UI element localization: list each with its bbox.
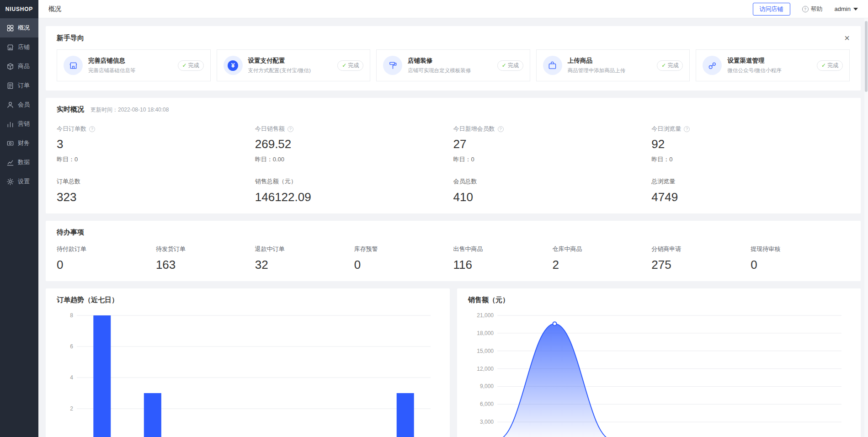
svg-text:12,000: 12,000 — [477, 366, 494, 372]
realtime-header: 实时概况 更新时间：2022-08-10 18:40:08 — [57, 105, 850, 114]
check-icon: ✓ — [661, 62, 666, 69]
order-trend-title: 订单趋势（近七日） — [57, 296, 439, 304]
todo-distributor-apply[interactable]: 分销商申请 275 — [651, 245, 751, 272]
guide-card-pay-config[interactable]: ¥ 设置支付配置 支付方式配置(支付宝/微信) ✓ 完成 — [217, 49, 371, 81]
scrollbar — [864, 18, 868, 437]
guide-card-subtitle: 店铺可实现自定义模板装修 — [408, 67, 471, 74]
order-trend-chart: 2468 — [57, 309, 439, 437]
stat-value: 3 — [57, 137, 255, 151]
sidebar-item-label: 设置 — [18, 177, 30, 186]
sales-amount-chart: 3,0006,0009,00012,00015,00018,00021,000 — [468, 309, 850, 437]
status-label: 完成 — [827, 62, 838, 69]
sidebar-item-member[interactable]: 会员 — [0, 95, 38, 114]
app-root: NIUSHOP 概况 店铺 商品 订单 会员 营销 财务 — [0, 0, 868, 437]
question-circle-icon[interactable]: ? — [288, 126, 293, 132]
sidebar-item-label: 会员 — [18, 101, 30, 109]
help-circle-icon: ? — [802, 6, 809, 12]
sidebar-item-label: 营销 — [18, 120, 30, 128]
guide-card-subtitle: 微信公众号/微信小程序 — [727, 67, 781, 74]
sales-chart-panel: 销售额（元） 3,0006,0009,00012,00015,00018,000… — [457, 288, 861, 437]
pay-config-icon: ¥ — [224, 56, 243, 75]
todo-on-sale-goods[interactable]: 出售中商品 116 — [453, 245, 553, 272]
today-stats: 今日订单数? 3 昨日：0 今日销售额? 269.52 昨日：0.00 今日新增… — [57, 125, 850, 164]
help-link[interactable]: ? 帮助 — [802, 5, 823, 13]
scrollbar-thumb[interactable] — [865, 21, 868, 92]
realtime-panel: 实时概况 更新时间：2022-08-10 18:40:08 今日订单数? 3 昨… — [46, 98, 861, 213]
todo-withdraw-review[interactable]: 提现待审核 0 — [751, 245, 850, 272]
status-badge: ✓ 完成 — [178, 60, 204, 71]
sidebar-item-settings[interactable]: 设置 — [0, 172, 38, 191]
status-badge: ✓ 完成 — [817, 60, 843, 71]
todo-warehouse-goods[interactable]: 仓库中商品 2 — [552, 245, 651, 272]
svg-text:4: 4 — [70, 374, 73, 381]
sidebar-item-order[interactable]: 订单 — [0, 76, 38, 95]
status-label: 完成 — [508, 62, 519, 69]
chevron-down-icon — [853, 8, 858, 11]
svg-text:18,000: 18,000 — [477, 330, 494, 336]
guide-card-title: 店铺装修 — [408, 57, 471, 65]
user-menu[interactable]: admin — [835, 5, 858, 12]
guide-cards: 完善店铺信息 完善店铺基础信息等 ✓ 完成 ¥ 设置支付配置 支付方式配置(支付… — [57, 49, 850, 81]
marketing-icon — [6, 120, 14, 128]
todo-pending-payment[interactable]: 待付款订单 0 — [57, 245, 156, 272]
guide-card-upload-goods[interactable]: 上传商品 商品管理中添加商品上传 ✓ 完成 — [536, 49, 690, 81]
stat-yesterday: 昨日：0.00 — [255, 155, 453, 164]
sidebar-item-label: 概况 — [18, 24, 30, 32]
question-circle-icon[interactable]: ? — [89, 126, 95, 132]
overview-icon — [6, 24, 14, 32]
member-icon — [6, 101, 14, 109]
shop-icon — [6, 43, 14, 51]
topbar-right: 访问店铺 ? 帮助 admin — [753, 3, 858, 16]
todo-refunding[interactable]: 退款中订单 32 — [255, 245, 354, 272]
stat-value: 27 — [453, 137, 652, 151]
guide-card-subtitle: 商品管理中添加商品上传 — [568, 67, 626, 74]
visit-shop-button[interactable]: 访问店铺 — [753, 3, 790, 16]
sidebar-item-goods[interactable]: 商品 — [0, 57, 38, 76]
stat-total-sales: 销售总额（元） 146122.09 — [255, 177, 453, 204]
guide-card-title: 设置支付配置 — [248, 57, 311, 65]
question-circle-icon[interactable]: ? — [684, 126, 690, 132]
guide-card-subtitle: 支付方式配置(支付宝/微信) — [248, 67, 311, 74]
sidebar-item-marketing[interactable]: 营销 — [0, 114, 38, 133]
settings-icon — [6, 177, 14, 186]
total-stats: 订单总数 323 销售总额（元） 146122.09 会员总数 410 总浏览量… — [57, 177, 850, 204]
guide-card-subtitle: 完善店铺基础信息等 — [88, 67, 136, 74]
main-area: 概况 访问店铺 ? 帮助 admin 新手导向 × — [38, 0, 868, 437]
svg-text:8: 8 — [70, 312, 73, 319]
question-circle-icon[interactable]: ? — [498, 126, 504, 132]
stat-value: 269.52 — [255, 137, 453, 151]
todo-pending-shipment[interactable]: 待发货订单 163 — [156, 245, 255, 272]
app-logo: NIUSHOP — [0, 0, 38, 18]
help-label: 帮助 — [811, 5, 823, 13]
store-info-icon — [64, 56, 83, 75]
sidebar-item-label: 数据 — [18, 158, 30, 166]
todo-title: 待办事项 — [57, 228, 850, 237]
sidebar-item-data[interactable]: 数据 — [0, 153, 38, 172]
status-label: 完成 — [188, 62, 199, 69]
page-title: 概况 — [48, 5, 61, 13]
stat-total-views: 总浏览量 4749 — [651, 177, 850, 204]
goods-icon — [6, 62, 14, 70]
sidebar-item-finance[interactable]: 财务 — [0, 133, 38, 153]
svg-text:2: 2 — [70, 405, 73, 412]
charts-row: 订单趋势（近七日） 2468 销售额（元） 3,0006,0009,00012,… — [46, 288, 861, 437]
sidebar: NIUSHOP 概况 店铺 商品 订单 会员 营销 财务 — [0, 0, 38, 437]
status-badge: ✓ 完成 — [657, 60, 683, 71]
guide-title: 新手导向 — [57, 34, 84, 43]
guide-panel: 新手导向 × 完善店铺信息 完善店铺基础信息等 ✓ 完成 — [46, 26, 861, 91]
status-badge: ✓ 完成 — [337, 60, 363, 71]
todo-stock-warning[interactable]: 库存预警 0 — [354, 245, 453, 272]
guide-card-store-info[interactable]: 完善店铺信息 完善店铺基础信息等 ✓ 完成 — [57, 49, 211, 81]
guide-card-channel[interactable]: 设置渠道管理 微信公众号/微信小程序 ✓ 完成 — [696, 49, 850, 81]
realtime-title: 实时概况 — [57, 105, 84, 114]
sidebar-item-overview[interactable]: 概况 — [0, 18, 38, 37]
guide-card-decorate[interactable]: 店铺装修 店铺可实现自定义模板装修 ✓ 完成 — [376, 49, 530, 81]
guide-card-title: 上传商品 — [568, 57, 626, 65]
stat-yesterday: 昨日：0 — [57, 155, 255, 164]
sidebar-item-label: 店铺 — [18, 43, 30, 51]
finance-icon — [6, 139, 14, 147]
status-label: 完成 — [667, 62, 678, 69]
sidebar-item-shop[interactable]: 店铺 — [0, 37, 38, 57]
svg-text:15,000: 15,000 — [477, 348, 494, 354]
close-icon[interactable]: × — [844, 33, 850, 43]
